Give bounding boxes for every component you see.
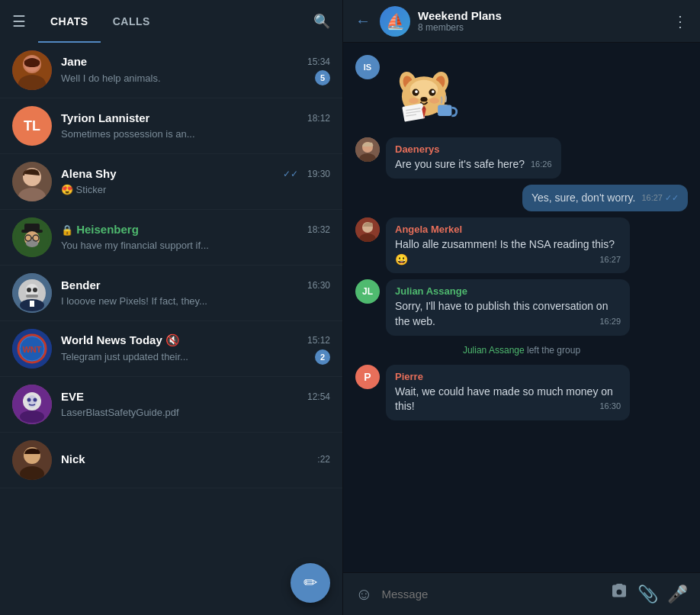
chat-item-alena[interactable]: Alena Shy ✓✓ 19:30 😍 Sticker [0, 154, 342, 210]
avatar-angela [355, 217, 380, 242]
chat-name-eve: EVE [61, 390, 84, 403]
chat-name-wnt: World News Today 🔇 [61, 333, 180, 347]
chat-header-info: Weekend Plans 8 members [418, 9, 673, 33]
bubble-julian: Julian Assange Sorry, I'll have to publi… [386, 279, 630, 335]
back-button[interactable]: ← [355, 12, 371, 30]
chat-content-heisenberg: 🔒 Heisenberg 18:32 You have my financial… [61, 223, 330, 252]
sender-name-julian: Julian Assange [395, 285, 621, 297]
system-highlight: Julian Assange [463, 345, 525, 356]
attach-icon[interactable]: 📎 [637, 584, 658, 604]
message-row-own: Yes, sure, don't worry. 16:27 ✓✓ [355, 185, 688, 212]
svg-point-34 [27, 398, 31, 402]
message-input[interactable] [381, 588, 601, 601]
chat-content-wnt: World News Today 🔇 15:12 Telegram just u… [61, 333, 330, 365]
chat-time-bender: 16:30 [307, 280, 330, 291]
svg-point-19 [27, 288, 31, 292]
svg-rect-26 [30, 301, 34, 307]
left-header: ☰ CHATS CALLS 🔍 [0, 0, 342, 43]
avatar-pierre: P [355, 365, 380, 389]
avatar-heisenberg [12, 217, 52, 257]
avatar-is: IS [355, 55, 380, 79]
chat-content-eve: EVE 12:54 LaserBlastSafetyGuide.pdf [61, 390, 330, 419]
avatar-bender [12, 273, 52, 313]
avatar-daenerys [355, 137, 380, 162]
chat-name-alena: Alena Shy [61, 167, 117, 180]
chat-item-jane[interactable]: Jane 15:34 Well I do help animals. 5 [0, 43, 342, 98]
group-avatar: ⛵ [380, 6, 410, 37]
messages-area: IS [343, 43, 700, 572]
search-icon[interactable]: 🔍 [313, 13, 330, 30]
chat-preview-tyrion: Sometimes possession is an... [61, 128, 195, 140]
compose-button[interactable]: ✏ [291, 563, 330, 603]
chat-item-heisenberg[interactable]: 🔒 Heisenberg 18:32 You have my financial… [0, 210, 342, 266]
svg-rect-55 [438, 105, 451, 116]
chat-time-tyrion: 18:12 [307, 113, 330, 124]
msg-text-pierre: Wait, we could have made so much money o… [395, 385, 613, 413]
msg-time-own: 16:27 ✓✓ [641, 192, 679, 204]
chat-item-eve[interactable]: EVE 12:54 LaserBlastSafetyGuide.pdf [0, 377, 342, 433]
more-options-button[interactable]: ⋮ [673, 12, 688, 31]
chat-preview-bender: I looove new Pixels! If fact, they... [61, 295, 207, 307]
svg-point-49 [415, 90, 418, 93]
chat-name-jane: Jane [61, 55, 87, 68]
sender-name-pierre: Pierre [395, 371, 621, 382]
sender-name-daenerys: Daenerys [395, 143, 552, 155]
chat-preview-wnt: Telegram just updated their... [61, 351, 188, 362]
chat-input-area: ☺ 📎 🎤 [343, 572, 700, 615]
lock-icon: 🔒 [61, 224, 73, 236]
avatar-nick [12, 440, 52, 480]
system-text: left the group [527, 345, 580, 356]
avatar-alena [12, 162, 52, 201]
svg-point-51 [420, 97, 427, 101]
sticker-image [386, 55, 462, 131]
avatar-julian: JL [355, 279, 380, 304]
chat-time-eve: 12:54 [307, 391, 330, 402]
emoji-icon[interactable]: ☺ [355, 584, 372, 604]
chat-preview-heisenberg: You have my financial support if... [61, 240, 209, 251]
svg-point-53 [429, 98, 439, 103]
msg-time-daenerys: 16:26 [531, 159, 552, 170]
camera-icon[interactable] [610, 583, 628, 606]
chat-time-wnt: 15:12 [307, 335, 330, 346]
bubble-pierre: Pierre Wait, we could have made so much … [386, 365, 630, 420]
chat-header: ← ⛵ Weekend Plans 8 members ⋮ [343, 0, 700, 43]
message-row-daenerys: Daenerys Are you sure it's safe here? 16… [355, 137, 688, 179]
compose-icon: ✏ [303, 573, 317, 593]
chat-time-alena: 19:30 [307, 169, 330, 179]
tab-chats[interactable]: CHATS [38, 0, 101, 43]
msg-text-julian: Sorry, I'll have to publish this convers… [395, 300, 608, 327]
mic-icon[interactable]: 🎤 [667, 584, 688, 604]
tabs-container: CHATS CALLS [38, 0, 313, 43]
svg-point-35 [34, 398, 37, 402]
chat-item-tyrion[interactable]: TL Tyrion Lannister 18:12 Sometimes poss… [0, 98, 342, 154]
chat-list: Jane 15:34 Well I do help animals. 5 TL … [0, 43, 342, 615]
msg-text-own: Yes, sure, don't worry. 16:27 ✓✓ [531, 192, 636, 204]
chat-content-bender: Bender 16:30 I looove new Pixels! If fac… [61, 279, 330, 308]
svg-point-36 [20, 411, 44, 423]
bubble-angela: Angela Merkel Hallo alle zusammen! Is th… [386, 217, 630, 273]
menu-icon[interactable]: ☰ [12, 12, 26, 31]
chat-time-heisenberg: 18:32 [307, 224, 330, 235]
chat-preview-jane: Well I do help animals. [61, 72, 161, 84]
msg-time-julian: 16:29 [599, 316, 621, 327]
message-row-julian: JL Julian Assange Sorry, I'll have to pu… [355, 279, 688, 335]
msg-time-angela: 16:27 [599, 254, 621, 266]
bubble-daenerys: Daenerys Are you sure it's safe here? 16… [386, 137, 561, 179]
right-panel: ← ⛵ Weekend Plans 8 members ⋮ IS [343, 0, 700, 615]
svg-point-50 [432, 90, 435, 93]
message-row-sticker: IS [355, 55, 688, 131]
avatar-jane [12, 50, 52, 90]
chat-content-tyrion: Tyrion Lannister 18:12 Sometimes possess… [61, 111, 330, 140]
msg-text-daenerys: Are you sure it's safe here? 16:26 [395, 158, 525, 170]
tab-calls[interactable]: CALLS [101, 0, 162, 43]
system-message-left-group: Julian Assange left the group [355, 342, 688, 359]
chat-item-nick[interactable]: Nick :22 [0, 433, 342, 488]
badge-wnt: 2 [315, 349, 330, 365]
chat-item-wnt[interactable]: WNT World News Today 🔇 15:12 Telegram ju… [0, 321, 342, 377]
chat-content-alena: Alena Shy ✓✓ 19:30 😍 Sticker [61, 167, 330, 196]
chat-preview-eve: LaserBlastSafetyGuide.pdf [61, 407, 179, 418]
avatar-tyrion: TL [12, 106, 52, 146]
sender-name-angela: Angela Merkel [395, 224, 621, 235]
msg-text-angela: Hallo alle zusammen! Is the NSA reading … [395, 238, 615, 266]
chat-item-bender[interactable]: Bender 16:30 I looove new Pixels! If fac… [0, 266, 342, 321]
